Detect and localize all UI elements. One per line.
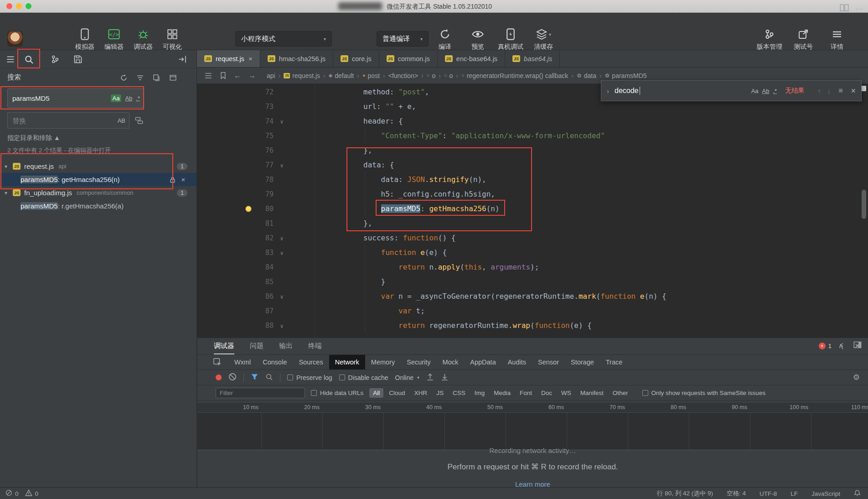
hide-data-urls-checkbox[interactable]: Hide data URLs: [311, 390, 363, 396]
code-line-73[interactable]: 73url: "" + e,: [197, 99, 868, 114]
toolbar-button-details[interactable]: 详情: [824, 28, 850, 51]
toolbar-button-editor[interactable]: </>编辑器: [101, 28, 127, 51]
gear-icon[interactable]: ⚙: [853, 373, 860, 382]
panel-tab-终端[interactable]: 终端: [308, 338, 322, 354]
network-filter-all[interactable]: All: [369, 388, 383, 398]
code-line-88[interactable]: 88∨return regeneratorRuntime.wrap(functi…: [197, 318, 868, 333]
breadcrumb-item[interactable]: ⚙data: [577, 72, 596, 79]
minimize-window-button[interactable]: [16, 3, 22, 9]
find-regex-toggle[interactable]: .*: [773, 88, 777, 94]
editor-tab-base64.js[interactable]: JSbase64.js: [505, 50, 560, 67]
code-line-80[interactable]: 80paramsMD5: getHmacsha256(n): [197, 202, 868, 216]
bookmark-icon[interactable]: [220, 72, 227, 79]
more-options-icon[interactable]: ⋯: [855, 4, 863, 14]
code-line-81[interactable]: 81},: [197, 216, 868, 231]
network-filter-font[interactable]: Font: [516, 388, 536, 398]
line-ending[interactable]: LF: [790, 490, 798, 497]
network-filter-other[interactable]: Other: [609, 388, 632, 398]
devtools-tab-storage[interactable]: Storage: [565, 355, 600, 369]
code-line-87[interactable]: 87var t;: [197, 304, 868, 318]
network-filter-ws[interactable]: WS: [558, 388, 575, 398]
import-har-icon[interactable]: [426, 373, 434, 382]
breadcrumb-item[interactable]: <function>: [388, 72, 418, 79]
previous-match-icon[interactable]: ↑: [817, 87, 821, 95]
navigate-forward-icon[interactable]: →: [248, 72, 256, 80]
replace-input-field[interactable]: AB: [7, 112, 129, 129]
export-har-icon[interactable]: [441, 373, 449, 382]
match-word-toggle[interactable]: Ab: [125, 95, 132, 102]
fold-icon[interactable]: ∨: [274, 246, 290, 260]
find-match-case-toggle[interactable]: Aa: [751, 88, 759, 94]
throttling-dropdown[interactable]: Online ▾: [395, 374, 420, 381]
match-case-toggle[interactable]: Aa: [111, 94, 122, 102]
results-summary[interactable]: 2 文件中有 2 个结果 - 在编辑器中打开: [7, 146, 111, 155]
editor-scrollbar[interactable]: [862, 190, 866, 219]
editor-tab-common.js[interactable]: JScommon.js: [379, 50, 438, 67]
panel-tab-输出[interactable]: 输出: [279, 338, 293, 354]
cursor-position[interactable]: 行 80, 列 42 (选中 9): [657, 489, 713, 498]
dock-side-icon[interactable]: [853, 341, 862, 350]
network-filter-img[interactable]: Img: [471, 388, 489, 398]
code-line-79[interactable]: 79h5: _config.config.h5sign,: [197, 187, 868, 202]
code-editor[interactable]: 72method: "post",73url: "" + e,74∨header…: [197, 84, 868, 338]
language-mode[interactable]: JavaScript: [811, 490, 840, 497]
indent-setting[interactable]: 空格: 4: [727, 489, 746, 498]
devtools-tab-appdata[interactable]: AppData: [464, 355, 501, 369]
devtools-tab-memory[interactable]: Memory: [365, 355, 401, 369]
fold-icon[interactable]: ∨: [274, 158, 290, 173]
devtools-tab-console[interactable]: Console: [257, 355, 293, 369]
replace-input[interactable]: [12, 117, 114, 125]
structure-icon[interactable]: [204, 72, 212, 80]
maximize-window-button[interactable]: [26, 3, 31, 9]
clear-icon[interactable]: [228, 373, 237, 382]
record-icon[interactable]: [216, 374, 222, 380]
fold-icon[interactable]: ∨: [274, 290, 290, 304]
samesite-checkbox[interactable]: Only show requests with SameSite issues: [642, 390, 766, 396]
save-icon[interactable]: [73, 54, 83, 64]
breadcrumb-item[interactable]: ○regeneratorRuntime.wrap() callback: [461, 72, 568, 79]
user-avatar[interactable]: [7, 31, 23, 47]
editor-tab-hmac-sha256.js[interactable]: JShmac-sha256.js: [260, 50, 333, 67]
network-filter-css[interactable]: CSS: [449, 388, 469, 398]
devtools-tab-network[interactable]: Network: [329, 355, 365, 369]
breadcrumb-item[interactable]: ◆default: [329, 72, 354, 79]
breadcrumb-item[interactable]: ●post: [362, 72, 380, 79]
search-result-file-row[interactable]: ▾JSrequest.jsapi1: [0, 160, 196, 173]
code-line-76[interactable]: 76},: [197, 143, 868, 158]
mode-dropdown[interactable]: 小程序模式 ▾: [235, 31, 332, 47]
close-find-icon[interactable]: ×: [851, 86, 856, 96]
compile-mode-dropdown[interactable]: 普通编译 ▾: [377, 31, 429, 47]
devtools-tab-wxml[interactable]: Wxml: [228, 355, 257, 369]
network-filter-xhr[interactable]: XHR: [411, 388, 431, 398]
network-filter-input[interactable]: [216, 388, 305, 398]
code-line-74[interactable]: 74∨header: {: [197, 114, 868, 129]
network-filter-cloud[interactable]: Cloud: [385, 388, 408, 398]
toolbar-button-test-account[interactable]: 测试号: [790, 28, 816, 51]
refresh-results-icon[interactable]: [119, 73, 128, 82]
fold-icon[interactable]: ∨: [274, 319, 290, 333]
search-result-file-row[interactable]: ▾JSfn_uploadimg.jscomponents/common1: [0, 186, 196, 199]
kebab-menu-icon[interactable]: ⋮: [839, 342, 846, 350]
code-line-77[interactable]: 77∨data: {: [197, 158, 868, 172]
collapse-panel-icon[interactable]: [177, 54, 187, 64]
exclude-result-icon[interactable]: ×: [179, 176, 187, 184]
toolbar-button-debugger[interactable]: 调试器: [130, 28, 156, 51]
network-filter-media[interactable]: Media: [490, 388, 514, 398]
lock-icon[interactable]: [168, 176, 176, 184]
editor-tab-enc-base64.js[interactable]: JSenc-base64.js: [438, 50, 505, 67]
bell-icon[interactable]: [854, 489, 861, 498]
network-filter-manifest[interactable]: Manifest: [577, 388, 607, 398]
chevron-down-icon[interactable]: ▾: [5, 190, 13, 196]
network-filter-doc[interactable]: Doc: [537, 388, 556, 398]
preserve-log-checkbox[interactable]: Preserve log: [287, 374, 332, 381]
search-input[interactable]: [12, 94, 107, 102]
code-line-86[interactable]: 86∨var n = _asyncToGenerator(regenerator…: [197, 289, 868, 304]
toolbar-button-simulator[interactable]: 模拟器: [72, 28, 98, 51]
inspect-element-icon[interactable]: [213, 355, 222, 369]
breadcrumb-item[interactable]: ⚙paramsMD5: [605, 72, 647, 79]
file-encoding[interactable]: UTF-8: [760, 490, 777, 497]
close-tab-icon[interactable]: ×: [248, 55, 253, 62]
editor-tab-request.js[interactable]: JSrequest.js×: [197, 50, 260, 67]
devtools-tab-security[interactable]: Security: [401, 355, 436, 369]
chevron-down-icon[interactable]: ▾: [5, 163, 13, 170]
